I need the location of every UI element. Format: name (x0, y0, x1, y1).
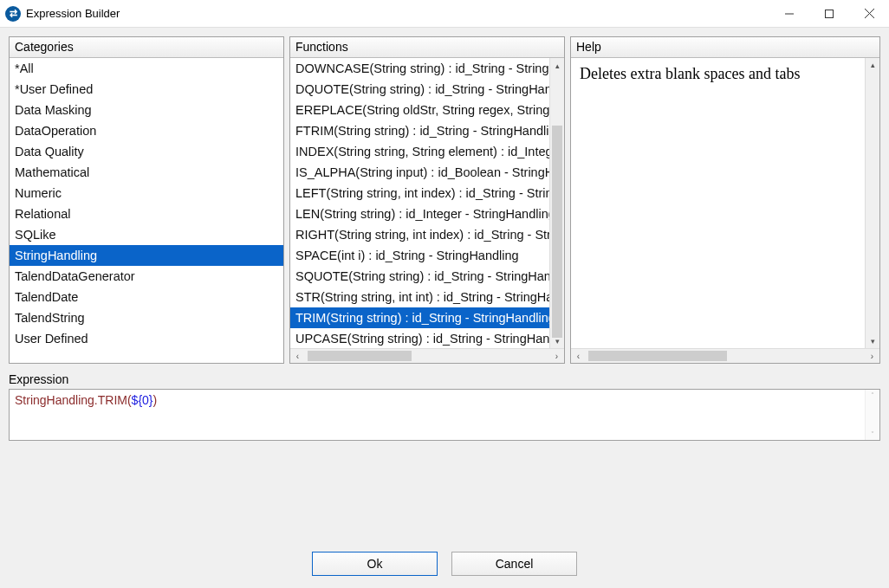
category-item[interactable]: SQLike (10, 224, 283, 245)
functions-vertical-scrollbar[interactable]: ▴ ▾ (549, 58, 564, 348)
scrollbar-thumb[interactable] (552, 126, 562, 338)
function-item[interactable]: DQUOTE(String string) : id_String - Stri… (290, 79, 549, 100)
close-button[interactable] (849, 0, 889, 28)
help-vertical-scrollbar[interactable]: ▴ ▾ (865, 58, 879, 348)
expression-input[interactable]: StringHandling.TRIM(${0}) ˄ ˅ (9, 389, 880, 441)
expression-close-text: ) (153, 393, 158, 407)
category-item[interactable]: TalendString (10, 307, 283, 328)
scroll-up-icon: ˄ (871, 390, 874, 401)
category-item[interactable]: *User Defined (10, 79, 283, 100)
functions-horizontal-scrollbar[interactable]: ‹ › (290, 348, 564, 363)
window-title: Expression Builder (26, 7, 120, 20)
function-item[interactable]: FTRIM(String string) : id_String - Strin… (290, 120, 549, 141)
category-item[interactable]: Data Quality (10, 141, 283, 162)
help-horizontal-scrollbar[interactable]: ‹ › (571, 348, 879, 363)
categories-listbox[interactable]: *All*User DefinedData MaskingDataOperati… (10, 58, 283, 363)
function-item[interactable]: SQUOTE(String string) : id_String - Stri… (290, 266, 549, 287)
category-item[interactable]: Numeric (10, 183, 283, 204)
scroll-down-icon: ˅ (871, 429, 874, 440)
function-item[interactable]: DOWNCASE(String string) : id_String - St… (290, 58, 549, 79)
function-item[interactable]: LEFT(String string, int index) : id_Stri… (290, 183, 549, 204)
category-item[interactable]: *All (10, 58, 283, 79)
scroll-up-icon[interactable]: ▴ (550, 58, 564, 73)
maximize-button[interactable] (809, 0, 849, 28)
function-item[interactable]: RIGHT(String string, int index) : id_Str… (290, 224, 549, 245)
scroll-up-icon[interactable]: ▴ (871, 58, 875, 72)
categories-header: Categories (10, 37, 283, 58)
app-icon: ⇄ (5, 6, 21, 22)
functions-pane: Functions DOWNCASE(String string) : id_S… (289, 36, 565, 364)
svg-rect-1 (826, 10, 834, 17)
expression-param-text: ${0} (132, 393, 153, 407)
scroll-down-icon[interactable]: ▾ (871, 334, 875, 348)
expression-function-text: StringHandling.TRIM( (15, 393, 132, 407)
scroll-down-icon[interactable]: ▾ (550, 333, 564, 348)
ok-button[interactable]: Ok (312, 552, 438, 576)
function-item[interactable]: EREPLACE(String oldStr, String regex, St… (290, 100, 549, 120)
scroll-left-icon[interactable]: ‹ (571, 352, 586, 361)
help-pane: Help Deletes extra blank spaces and tabs… (570, 36, 880, 364)
functions-header: Functions (290, 37, 564, 58)
titlebar: ⇄ Expression Builder (0, 0, 889, 28)
help-header: Help (571, 37, 879, 58)
function-item[interactable]: TRIM(String string) : id_String - String… (290, 307, 549, 328)
help-text: Deletes extra blank spaces and tabs (571, 58, 865, 348)
function-item[interactable]: INDEX(String string, String element) : i… (290, 141, 549, 162)
scrollbar-thumb[interactable] (588, 351, 727, 361)
category-item[interactable]: TalendDate (10, 287, 283, 307)
category-item[interactable]: Data Masking (10, 100, 283, 120)
function-item[interactable]: LEN(String string) : id_Integer - String… (290, 204, 549, 224)
category-item[interactable]: User Defined (10, 328, 283, 349)
scroll-right-icon[interactable]: › (549, 352, 564, 361)
scroll-left-icon[interactable]: ‹ (290, 352, 305, 361)
minimize-button[interactable] (769, 0, 809, 28)
expression-label: Expression (9, 372, 880, 389)
category-item[interactable]: TalendDataGenerator (10, 266, 283, 287)
categories-pane: Categories *All*User DefinedData Masking… (9, 36, 284, 364)
functions-listbox[interactable]: DOWNCASE(String string) : id_String - St… (290, 58, 564, 348)
category-item[interactable]: StringHandling (10, 245, 283, 266)
function-item[interactable]: UPCASE(String string) : id_String - Stri… (290, 328, 549, 348)
expression-vertical-scrollbar[interactable]: ˄ ˅ (865, 390, 879, 440)
function-item[interactable]: IS_ALPHA(String input) : id_Boolean - St… (290, 162, 549, 183)
scrollbar-thumb[interactable] (308, 351, 412, 361)
category-item[interactable]: DataOperation (10, 120, 283, 141)
cancel-button[interactable]: Cancel (451, 552, 577, 576)
category-item[interactable]: Relational (10, 204, 283, 224)
function-item[interactable]: STR(String string, int int) : id_String … (290, 287, 549, 307)
category-item[interactable]: Mathematical (10, 162, 283, 183)
scroll-right-icon[interactable]: › (865, 352, 879, 361)
function-item[interactable]: SPACE(int i) : id_String - StringHandlin… (290, 245, 549, 266)
